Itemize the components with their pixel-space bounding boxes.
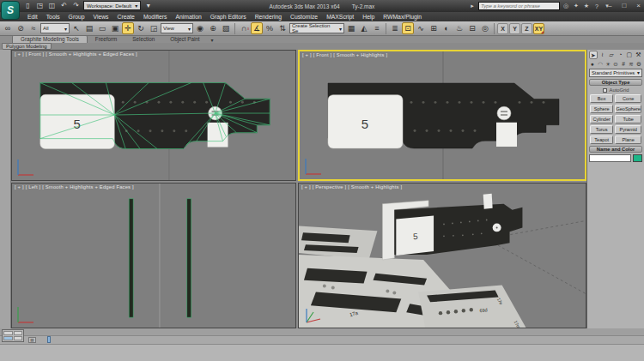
- cylinder-button[interactable]: Cylinder: [590, 115, 613, 123]
- sphere-button[interactable]: Sphere: [590, 105, 613, 113]
- named-selection-sets-dropdown[interactable]: Create Selection Se▾: [289, 23, 344, 33]
- select-by-name-button[interactable]: ▤: [83, 22, 95, 34]
- object-color-swatch[interactable]: [633, 154, 642, 162]
- axis-constraint-z-button[interactable]: Z: [521, 23, 532, 34]
- menu-customize[interactable]: Customize: [286, 12, 322, 21]
- render-production-button[interactable]: ◎: [479, 22, 491, 34]
- help-icon[interactable]: ?: [592, 3, 601, 9]
- geometry-category[interactable]: ●: [589, 60, 596, 68]
- selection-filter-dropdown[interactable]: All▾: [40, 23, 70, 33]
- spinner-snap-toggle-button[interactable]: ⇅: [276, 22, 289, 34]
- menu-rendering[interactable]: Rendering: [251, 12, 286, 21]
- chassis-part-perspective[interactable]: 5: [382, 194, 522, 260]
- viewport-perspective[interactable]: 17a 28b 69d 17e 17m 5: [298, 183, 586, 328]
- infocenter-expand-icon[interactable]: ▸: [468, 3, 477, 9]
- cone-button[interactable]: Cone: [615, 94, 641, 103]
- plane-button[interactable]: Plane: [615, 135, 641, 144]
- axis-constraint-xy-button[interactable]: XY: [533, 23, 544, 34]
- qat-flyout-icon[interactable]: ▾: [143, 1, 153, 10]
- systems-category[interactable]: ⚙: [635, 60, 642, 68]
- infocenter-search-input[interactable]: [478, 2, 560, 10]
- rendered-frame-window-button[interactable]: ⊟: [466, 22, 478, 34]
- select-object-button[interactable]: ↖: [70, 22, 82, 34]
- current-frame-marker[interactable]: [47, 336, 51, 343]
- parts-sheet-back[interactable]: [299, 226, 377, 260]
- search-icon[interactable]: ◎: [562, 3, 570, 9]
- utilities-tab[interactable]: ⚒: [635, 51, 642, 59]
- space-warps-category[interactable]: ≋: [628, 60, 635, 68]
- schematic-view-button[interactable]: ⊞: [428, 22, 440, 34]
- graphite-modeling-tools-toggle-button[interactable]: ⊡: [402, 22, 414, 34]
- viewport-splitter-vertical[interactable]: [296, 50, 298, 328]
- object-name-input[interactable]: [589, 154, 631, 162]
- close-button[interactable]: ×: [636, 0, 641, 11]
- render-setup-button[interactable]: ♨: [453, 22, 465, 34]
- reference-coordinate-system-dropdown[interactable]: View▾: [161, 23, 193, 33]
- name-and-color-rollout-header[interactable]: Name and Color: [589, 146, 642, 153]
- viewport-front-edged[interactable]: [ + ] [ Front ] [ Smooth + Highlights + …: [11, 50, 296, 181]
- viewport-label[interactable]: [ + ] [ Left ] [ Smooth + Highlights + E…: [15, 184, 134, 190]
- favorites-icon[interactable]: ★: [582, 3, 591, 9]
- menu-rwmax-plugin[interactable]: RWMax/Plugin: [379, 12, 426, 21]
- geosphere-button[interactable]: GeoSphere: [615, 105, 641, 113]
- axis-constraint-x-button[interactable]: X: [497, 23, 508, 34]
- menu-group[interactable]: Group: [64, 12, 89, 21]
- pyramid-button[interactable]: Pyramid: [615, 125, 641, 134]
- curve-editor-button[interactable]: ∿: [415, 22, 427, 34]
- modify-tab[interactable]: ≀: [598, 51, 606, 59]
- axis-constraint-y-button[interactable]: Y: [509, 23, 520, 34]
- edit-named-selection-sets-button[interactable]: ▦: [345, 22, 357, 34]
- viewport-layout-tabs[interactable]: [2, 329, 24, 342]
- viewport-label[interactable]: [ + ] [ Perspective ] [ Smooth + Highlig…: [301, 184, 402, 190]
- object-type-rollout-header[interactable]: Object Type: [589, 79, 642, 86]
- torus-button[interactable]: Torus: [590, 125, 613, 134]
- primitive-category-dropdown[interactable]: Standard Primitives▾: [589, 69, 642, 77]
- display-tab[interactable]: ▢: [625, 51, 633, 59]
- create-tab[interactable]: ➤: [589, 51, 598, 59]
- ribbon-display-options-icon[interactable]: ▾: [208, 37, 217, 43]
- select-and-rotate-button[interactable]: ↻: [135, 22, 147, 34]
- ribbon-tab-freeform[interactable]: Freeform: [88, 36, 125, 43]
- unlink-selection-button[interactable]: ⊘: [15, 22, 27, 34]
- cameras-category[interactable]: ⊙: [612, 60, 619, 68]
- percent-snap-toggle-button[interactable]: %: [264, 22, 276, 34]
- tube-button[interactable]: Tube: [615, 115, 641, 123]
- manage-layers-button[interactable]: ≣: [389, 22, 401, 34]
- viewport-label[interactable]: [ + ] [ Front ] [ Smooth + Highlights ]: [302, 52, 387, 57]
- angle-snap-toggle-button[interactable]: ∡: [251, 22, 263, 34]
- parts-sheet-right[interactable]: 69d 17e 17m: [418, 286, 526, 328]
- shapes-category[interactable]: ◠: [597, 60, 604, 68]
- ribbon-tab-selection[interactable]: Selection: [125, 36, 162, 43]
- autogrid-checkbox[interactable]: [603, 88, 607, 93]
- workspace-dropdown[interactable]: Workspace: Default▾: [83, 1, 141, 10]
- select-and-link-button[interactable]: ∞: [2, 22, 14, 34]
- ribbon-tab-graphite-modeling-tools[interactable]: Graphite Modeling Tools: [12, 35, 88, 43]
- communication-center-icon[interactable]: ✦: [572, 3, 580, 9]
- menu-edit[interactable]: Edit: [23, 12, 42, 21]
- menu-animation[interactable]: Animation: [171, 12, 205, 21]
- menu-modifiers[interactable]: Modifiers: [139, 12, 172, 21]
- snaps-toggle-button[interactable]: ∩3: [238, 22, 250, 34]
- box-button[interactable]: Box: [590, 94, 613, 103]
- select-and-uniform-scale-button[interactable]: ◲: [148, 22, 160, 34]
- bind-to-space-warp-button[interactable]: ≈: [27, 22, 39, 34]
- keyboard-shortcut-override-toggle-button[interactable]: ▧: [220, 22, 232, 34]
- polygon-modeling-panel-tab[interactable]: Polygon Modeling: [2, 43, 52, 50]
- menu-help[interactable]: Help: [358, 12, 379, 21]
- select-and-manipulate-button[interactable]: ⊕: [207, 22, 219, 34]
- window-crossing-toggle-button[interactable]: ▣: [109, 22, 121, 34]
- teapot-button[interactable]: Teapot: [590, 135, 613, 144]
- hierarchy-tab[interactable]: ▱: [607, 51, 615, 59]
- use-pivot-point-center-button[interactable]: ◉: [194, 22, 206, 34]
- mirror-button[interactable]: ◭: [358, 22, 370, 34]
- motion-tab[interactable]: ◔: [617, 51, 624, 59]
- minimize-button[interactable]: –: [608, 0, 611, 11]
- menu-views[interactable]: Views: [88, 12, 112, 21]
- ribbon-tab-object-paint[interactable]: Object Paint: [162, 36, 207, 43]
- mini-track-bar-toggle[interactable]: ▤: [28, 337, 36, 343]
- viewport-label[interactable]: [ + ] [ Front ] [ Smooth + Highlights + …: [15, 51, 137, 57]
- align-button[interactable]: ≡: [371, 22, 383, 34]
- menu-graph-editors[interactable]: Graph Editors: [206, 12, 251, 21]
- menu-maxscript[interactable]: MAXScript: [322, 12, 358, 21]
- lights-category[interactable]: ☀: [605, 60, 611, 68]
